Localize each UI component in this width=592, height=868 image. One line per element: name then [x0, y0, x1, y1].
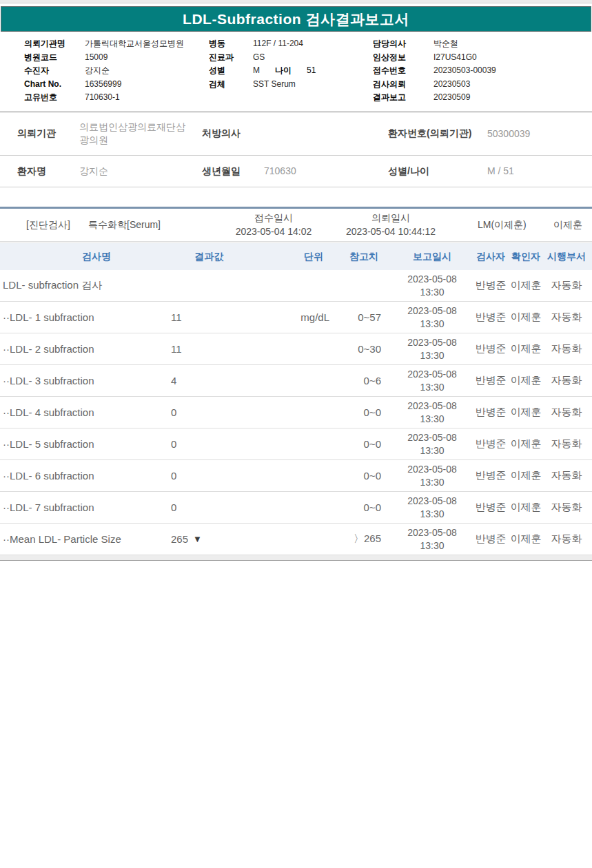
test-name-cell: ··LDL- 4 subfraction [3, 397, 94, 428]
ordering-doctor-label: 처방의사 [202, 127, 241, 140]
result-cell: 0 [171, 492, 181, 523]
report-time: 13:30 [420, 444, 444, 457]
tester-cell: 반병준 [471, 460, 511, 491]
department-cell: 자동화 [544, 397, 589, 428]
info-value: 강지순 [85, 64, 110, 78]
report-datetime-cell: 2023-05-08 13:30 [398, 365, 467, 396]
test-name-cell: ··LDL- 2 subfraction [3, 333, 94, 364]
info-value: M [253, 64, 260, 78]
info-label: 진료과 [209, 51, 253, 65]
result-value: 0 [171, 470, 176, 482]
info-value: 16356999 [85, 78, 121, 92]
test-name-cell: ··LDL- 1 subfraction [3, 302, 94, 333]
confirmer-cell: 이제훈 [507, 397, 545, 428]
col-tester: 검사자 [472, 243, 509, 271]
table-row: ··LDL- 3 subfraction 4 0~6 2023-05-08 13… [0, 365, 592, 397]
info-row: 검사의뢰 20230503 [373, 78, 586, 92]
referral-org-value: 의료법인삼광의료재단삼광의원 [79, 121, 191, 147]
sex-age-label: 성별/나이 [388, 165, 429, 178]
report-date: 2023-05-08 [407, 368, 457, 380]
info-value: 15009 [85, 51, 108, 65]
info-row: 병동 112F / 11-204 [209, 37, 371, 51]
report-time: 13:30 [420, 508, 444, 520]
patient-no-value: 50300039 [487, 127, 530, 141]
requested-datetime: 의뢰일시 2023-05-04 10:44:12 [332, 209, 449, 241]
confirmer-cell: 이제훈 [507, 460, 545, 491]
info-row: 임상정보 I27US41G0 [373, 51, 586, 65]
report-datetime-cell: 2023-05-08 13:30 [398, 270, 467, 301]
referral-section: 의뢰기관 의료법인삼광의료재단삼광의원 처방의사 환자번호(의뢰기관) 5030… [0, 112, 592, 187]
col-test-name: 검사명 [0, 243, 193, 271]
order-test-group: 특수화학[Serum] [88, 209, 161, 241]
test-name-cell: ··LDL- 5 subfraction [3, 428, 94, 459]
report-date: 2023-05-08 [407, 463, 457, 475]
tester-cell: 반병준 [471, 397, 511, 428]
tester-cell: 반병준 [471, 302, 511, 333]
result-cell: 0 [171, 460, 181, 491]
department-cell: 자동화 [544, 428, 589, 459]
table-row: ··LDL- 1 subfraction 11 mg/dL 0~57 2023-… [0, 302, 592, 333]
report-time: 13:30 [420, 286, 444, 298]
info-label: Chart No. [24, 78, 85, 92]
patient-name-label: 환자명 [17, 165, 46, 178]
report-date: 2023-05-08 [407, 431, 457, 444]
info-value: 20230503 [433, 78, 470, 92]
sex-age-value: M / 51 [487, 165, 514, 178]
table-row: ··Mean LDL- Particle Size 265 ▼ 〉265 202… [0, 524, 592, 555]
confirmer-cell: 이제훈 [507, 428, 545, 459]
confirmer-cell: 이제훈 [507, 302, 545, 333]
report-datetime-cell: 2023-05-08 13:30 [398, 302, 467, 333]
info-row: 수진자 강지순 [24, 64, 207, 78]
table-row: ··LDL- 4 subfraction 0 0~0 2023-05-08 13… [0, 397, 592, 428]
report-datetime-cell: 2023-05-08 13:30 [398, 492, 467, 523]
birthdate-value: 710630 [264, 165, 296, 178]
test-name-cell: ··LDL- 3 subfraction [3, 365, 94, 396]
info-label: 결과보고 [373, 91, 433, 105]
report-time: 13:30 [420, 318, 444, 330]
info-label: 의뢰기관명 [24, 37, 85, 51]
report-datetime-cell: 2023-05-08 13:30 [398, 524, 467, 555]
reference-cell: 0~0 [323, 397, 381, 428]
info-value: 20230503-00039 [433, 64, 496, 78]
test-name-cell: ··LDL- 7 subfraction [3, 492, 94, 523]
table-row: ··LDL- 7 subfraction 0 0~0 2023-05-08 13… [0, 492, 592, 524]
col-confirmer: 확인자 [508, 243, 544, 271]
table-row: ··LDL- 2 subfraction 11 0~30 2023-05-08 … [0, 333, 592, 365]
info-row: 병원코드 15009 [24, 51, 207, 65]
report-datetime-cell: 2023-05-08 13:30 [398, 333, 467, 364]
table-row: ··LDL- 5 subfraction 0 0~0 2023-05-08 13… [0, 428, 592, 460]
birthdate-label: 생년월일 [202, 165, 241, 178]
col-result: 결과값 [174, 243, 243, 271]
info-value: 가톨릭대학교서울성모병원 [85, 37, 184, 51]
info-value: 112F / 11-204 [253, 37, 303, 51]
reference-cell: 0~0 [323, 492, 381, 523]
patient-no-label: 환자번호(의뢰기관) [388, 127, 471, 140]
reference-cell: 0~57 [323, 302, 381, 333]
result-cell: 11 [171, 333, 187, 364]
result-value: 0 [171, 406, 176, 418]
department-cell: 자동화 [544, 333, 589, 364]
tester-cell: 반병준 [471, 333, 511, 364]
received-label: 접수일시 [222, 211, 325, 225]
confirmer-cell: 이제훈 [507, 333, 545, 364]
report-time: 13:30 [420, 539, 444, 552]
department-cell: 자동화 [544, 302, 589, 333]
report-time: 13:30 [420, 413, 444, 425]
window-top-strip [0, 0, 592, 3]
reference-cell [323, 270, 381, 301]
report-time: 13:30 [420, 476, 444, 488]
col-report-time: 보고일시 [398, 243, 467, 271]
report-page: LDL-Subfraction 검사결과보고서 의뢰기관명 가톨릭대학교서울성모… [0, 0, 592, 868]
report-date: 2023-05-08 [407, 495, 457, 507]
down-arrow-icon: ▼ [193, 534, 202, 544]
result-value: 0 [171, 502, 176, 513]
received-value: 2023-05-04 14:02 [222, 225, 325, 239]
report-date: 2023-05-08 [407, 304, 457, 317]
info-value: 박순철 [433, 37, 458, 51]
info-value: GS [253, 51, 265, 65]
department-cell: 자동화 [544, 524, 589, 555]
result-cell: 265 ▼ [171, 524, 202, 555]
received-datetime: 접수일시 2023-05-04 14:02 [222, 209, 325, 241]
report-datetime-cell: 2023-05-08 13:30 [398, 460, 467, 491]
requested-label: 의뢰일시 [332, 211, 449, 225]
